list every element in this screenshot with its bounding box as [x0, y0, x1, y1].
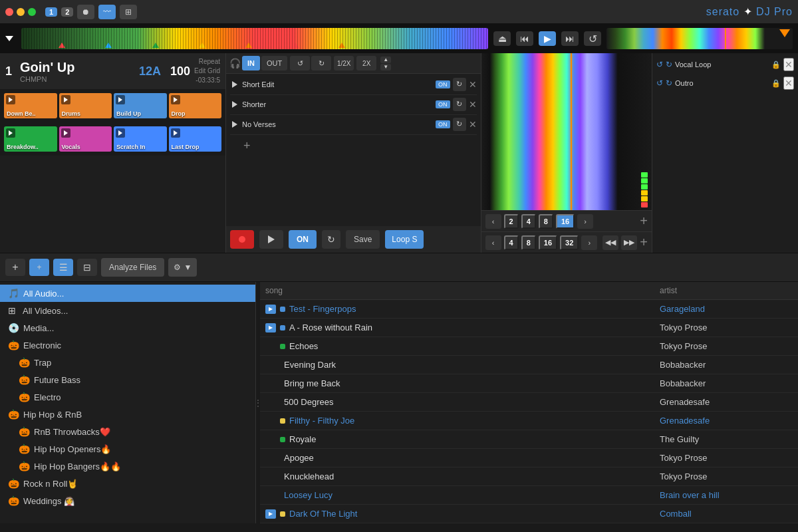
track-row[interactable]: Bring me Back Bobabacker: [260, 374, 798, 393]
track-row[interactable]: ▶ A - Rose without Rain Tokyo Prose: [260, 319, 798, 337]
add-subcrate-btn[interactable]: +: [29, 259, 49, 276]
loop2-sync-btn[interactable]: ↻: [453, 98, 466, 111]
sidebar-item-hiphop-bangers[interactable]: 🎃 Hip Hop Bangers🔥🔥: [0, 458, 255, 475]
cue-pad-down-be[interactable]: Down Be..: [4, 93, 57, 118]
sidebar-item-media[interactable]: 💿 Media...: [0, 319, 255, 336]
eject-btn[interactable]: ⏏: [493, 31, 511, 46]
cue-pad-drop[interactable]: Drop: [169, 93, 222, 118]
sidebar-item-hiphop[interactable]: 🎃 Hip Hop & RnB: [0, 406, 255, 423]
track-row[interactable]: Filthy - Filthy Joe Grenadesafe: [260, 412, 798, 430]
cue-pad-drums[interactable]: Drums: [59, 93, 112, 118]
sidebar-item-electronic[interactable]: 🎃 Electronic: [0, 336, 255, 354]
loop-size-8[interactable]: 8: [539, 214, 553, 229]
loop-next2-btn[interactable]: ›: [581, 235, 597, 250]
vocal-loop-close-btn[interactable]: ✕: [783, 58, 794, 71]
sidebar-item-rock[interactable]: 🎃 Rock n Roll🤘: [0, 475, 255, 492]
double-loop-btn[interactable]: 2X: [356, 56, 376, 70]
track-row[interactable]: Royale The Guilty: [260, 430, 798, 449]
loop2-play-btn[interactable]: [230, 100, 239, 109]
sidebar-item-rnb[interactable]: 🎃 RnB Throwbacks❤️: [0, 423, 255, 440]
loop3-close-btn[interactable]: ✕: [469, 119, 477, 130]
loop-next-btn[interactable]: ›: [577, 214, 593, 229]
cue-dot: [280, 325, 285, 331]
loop-size-32[interactable]: 32: [560, 235, 579, 250]
skip-forward-btn[interactable]: ⏭: [561, 31, 579, 46]
track-row[interactable]: ▶ Dark Of The Light Comball: [260, 505, 798, 523]
loop1-play-btn[interactable]: [230, 80, 239, 89]
loop-size-2[interactable]: 2: [504, 214, 519, 229]
grid-view-btn[interactable]: ⊟: [77, 259, 97, 276]
track-row[interactable]: Apogee Tokyo Prose: [260, 449, 798, 467]
sync-button[interactable]: ↻: [322, 230, 340, 249]
out-btn[interactable]: OUT: [261, 56, 287, 70]
loop-add2-btn[interactable]: +: [640, 235, 648, 250]
cue-pad-vocals[interactable]: Vocals: [59, 126, 112, 152]
waveform-strip[interactable]: [21, 28, 488, 49]
track-row[interactable]: Loosey Lucy Brain over a hill: [260, 486, 798, 505]
loop-size-16b[interactable]: 16: [539, 235, 557, 250]
loop-size-4b[interactable]: 4: [504, 235, 519, 250]
half-loop-btn[interactable]: 1/2X: [334, 56, 354, 70]
loop-size-4[interactable]: 4: [521, 214, 536, 229]
waveform-overview[interactable]: ⏏ ⏮ ▶ ⏭ ↺: [0, 24, 798, 53]
record-button[interactable]: [230, 230, 254, 249]
sidebar-item-hiphop-openers[interactable]: 🎃 Hip Hop Openers🔥: [0, 440, 255, 458]
in-btn[interactable]: IN: [242, 56, 260, 70]
loop1-sync-btn[interactable]: ↻: [453, 78, 466, 91]
sidebar-item-electro[interactable]: 🎃 Electro: [0, 388, 255, 406]
loop1-close-btn[interactable]: ✕: [469, 79, 477, 90]
minimize-window-btn[interactable]: [17, 8, 25, 16]
close-window-btn[interactable]: [5, 8, 13, 16]
loop3-play-btn[interactable]: [230, 120, 239, 129]
cue-pad-last-drop[interactable]: Last Drop: [169, 126, 222, 152]
skip-back-btn[interactable]: ⏮: [516, 31, 533, 46]
cue-pad-build-up[interactable]: Build Up: [114, 93, 167, 118]
library-settings-btn[interactable]: ⚙ ▼: [168, 258, 197, 277]
play-pause-btn[interactable]: ▶: [539, 31, 556, 46]
loop-up-btn[interactable]: ▲: [380, 57, 391, 63]
on-button[interactable]: ON: [289, 230, 317, 249]
track-row[interactable]: 500 Degrees Grenadesafe: [260, 393, 798, 412]
track-row[interactable]: Evening Dark Bobabacker: [260, 356, 798, 374]
deck-tab-2[interactable]: 2: [61, 7, 73, 17]
loop-add-btn[interactable]: +: [640, 213, 648, 229]
loop-arrow-right-btn[interactable]: ▶▶: [621, 235, 637, 250]
loop-headphones-btn[interactable]: 🎧: [230, 59, 239, 68]
outro-close-btn[interactable]: ✕: [783, 76, 794, 90]
vocal-loop-lock-icon: 🔒: [771, 61, 781, 69]
add-crate-btn[interactable]: +: [5, 259, 25, 276]
save-button[interactable]: Save: [346, 230, 380, 249]
sidebar-item-all-videos[interactable]: ⊞ All Videos...: [0, 302, 255, 319]
track-row[interactable]: Knucklehead Tokyo Prose: [260, 467, 798, 486]
play-button[interactable]: [259, 230, 283, 249]
record-btn[interactable]: ⏺: [77, 5, 94, 19]
loop3-sync-btn[interactable]: ↻: [453, 118, 466, 131]
loop-s-button[interactable]: Loop S: [385, 230, 424, 249]
loop-down-btn[interactable]: ▼: [380, 64, 391, 70]
add-loop-btn[interactable]: +: [243, 139, 251, 153]
grid-btn[interactable]: ⊞: [120, 5, 137, 19]
maximize-window-btn[interactable]: [28, 8, 36, 16]
loop-size-16[interactable]: 16: [556, 214, 575, 229]
analyze-files-btn[interactable]: Analyze Files: [101, 258, 164, 277]
waveform-btn[interactable]: 〰: [98, 5, 116, 19]
track-row[interactable]: ▶ Test - Fingerpops Garageland: [260, 300, 798, 319]
sidebar-item-trap[interactable]: 🎃 Trap: [0, 354, 255, 371]
loop-prev2-btn[interactable]: ‹: [485, 235, 501, 250]
loop-arrow-left-btn[interactable]: ◀◀: [602, 235, 618, 250]
cue-pad-scratch[interactable]: Scratch In: [114, 126, 167, 152]
sidebar-item-all-audio[interactable]: 🎵 All Audio...: [0, 285, 255, 302]
list-view-btn[interactable]: ☰: [53, 259, 73, 276]
deck-tab-1[interactable]: 1: [45, 7, 57, 17]
loop-size-8b[interactable]: 8: [521, 235, 536, 250]
loop-btn[interactable]: ↺: [584, 31, 601, 46]
sidebar-item-future-bass[interactable]: 🎃 Future Bass: [0, 371, 255, 388]
main-waveform[interactable]: [481, 53, 652, 210]
loop-forward-btn[interactable]: ↻: [311, 56, 331, 70]
track-row[interactable]: Echoes Tokyo Prose: [260, 337, 798, 356]
loop-prev-btn[interactable]: ‹: [485, 214, 501, 229]
loop2-close-btn[interactable]: ✕: [469, 99, 477, 110]
sidebar-item-weddings[interactable]: 🎃 Weddings 👰: [0, 492, 255, 509]
loop-rewind-btn[interactable]: ↺: [290, 56, 310, 70]
cue-pad-breakdown[interactable]: Breakdow..: [4, 126, 57, 152]
